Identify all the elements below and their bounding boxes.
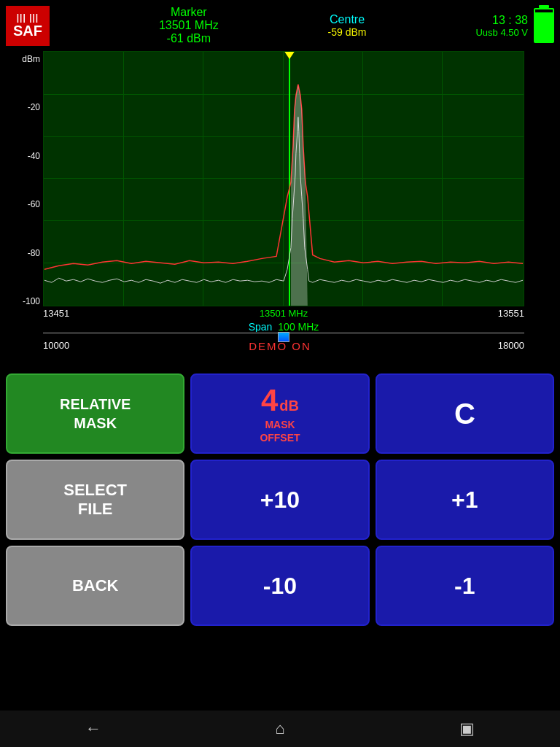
spectrum-container: dBm -20 -40 -60 -80 -100	[3, 51, 557, 328]
relative-mask-line2: MASK	[74, 414, 117, 433]
mask-offset-text-group: MASK OFFSET	[260, 418, 300, 444]
marker-label: Marker	[171, 6, 207, 19]
centre-value: -59 dBm	[328, 26, 367, 38]
minus1-button[interactable]: -1	[376, 546, 554, 626]
buttons-area: RELATIVE MASK 4 dB MASK OFFSET C SELECT …	[0, 368, 560, 632]
relative-mask-line1: RELATIVE	[60, 395, 131, 414]
back-button[interactable]: BACK	[6, 546, 184, 626]
battery-icon	[534, 8, 554, 43]
select-file-line2: FILE	[78, 500, 113, 519]
mask-offset-unit: dB	[279, 398, 299, 414]
saf-logo-lines: ||| |||	[17, 12, 39, 23]
y-axis: dBm -20 -40 -60 -80 -100	[3, 51, 43, 306]
header-right: 13 : 38 Uusb 4.50 V	[475, 8, 554, 43]
x-label-center: 13501 MHz	[260, 308, 308, 319]
c-label: C	[454, 398, 475, 430]
nav-home-icon: ⌂	[275, 719, 284, 738]
minus10-button[interactable]: -10	[190, 546, 369, 626]
saf-logo: ||| ||| SAF	[6, 6, 50, 46]
spectrum-svg	[44, 52, 524, 306]
back-label: BACK	[72, 576, 119, 595]
spectrum-plot	[43, 51, 524, 306]
centre-label: Centre	[330, 13, 365, 26]
minus1-label: -1	[454, 573, 475, 600]
y-axis-label-dbm: dBm	[6, 54, 40, 64]
mask-offset-value-group: 4 dB	[261, 383, 299, 418]
mask-offset-button[interactable]: 4 dB MASK OFFSET	[190, 374, 369, 454]
relative-mask-button[interactable]: RELATIVE MASK	[6, 374, 184, 454]
marker-power: -61 dBm	[167, 32, 211, 45]
select-file-line1: SELECT	[63, 481, 127, 500]
nav-right-label: 18000	[498, 340, 524, 351]
svg-marker-0	[291, 85, 308, 306]
centre-info: Centre -59 dBm	[328, 13, 367, 38]
marker-freq: 13501 MHz	[159, 19, 219, 32]
mask-offset-line2: OFFSET	[260, 431, 300, 444]
nav-home-button[interactable]: ⌂	[258, 716, 302, 742]
mask-offset-line1: MASK	[265, 418, 295, 431]
nav-recent-button[interactable]: ▣	[445, 716, 489, 742]
nav-back-button[interactable]: ←	[71, 716, 115, 742]
nav-track	[43, 332, 524, 334]
nav-bar-container: 10000 18000 DEMO ON	[3, 328, 557, 365]
c-button[interactable]: C	[376, 374, 554, 454]
plus1-label: +1	[451, 487, 478, 514]
select-file-button[interactable]: SELECT FILE	[6, 460, 184, 540]
usb-voltage: Uusb 4.50 V	[475, 27, 528, 38]
nav-recent-icon: ▣	[459, 719, 475, 738]
y-label-20: -20	[6, 102, 40, 112]
x-label-right: 13551	[498, 308, 524, 319]
x-label-left: 13451	[43, 308, 69, 319]
y-label-80: -80	[6, 248, 40, 258]
time-display: 13 : 38	[492, 14, 528, 27]
y-label-40: -40	[6, 151, 40, 161]
nav-left-label: 10000	[43, 340, 69, 351]
plus1-button[interactable]: +1	[376, 460, 554, 540]
minus10-label: -10	[263, 573, 297, 600]
saf-logo-text: SAF	[13, 23, 42, 39]
bottom-nav: ← ⌂ ▣	[0, 711, 560, 747]
battery-fill	[535, 12, 553, 42]
plus10-label: +10	[260, 487, 300, 514]
mask-offset-value: 4	[261, 383, 278, 418]
marker-info: Marker 13501 MHz -61 dBm	[159, 6, 219, 45]
time-battery: 13 : 38 Uusb 4.50 V	[475, 14, 528, 38]
demo-label: DEMO ON	[249, 340, 311, 352]
header: ||| ||| SAF Marker 13501 MHz -61 dBm Cen…	[0, 0, 560, 51]
y-label-60: -60	[6, 199, 40, 209]
x-axis: 13451 13501 MHz 13551	[43, 306, 524, 320]
nav-back-icon: ←	[85, 719, 101, 738]
plus10-button[interactable]: +10	[190, 460, 369, 540]
y-label-100: -100	[6, 296, 40, 306]
